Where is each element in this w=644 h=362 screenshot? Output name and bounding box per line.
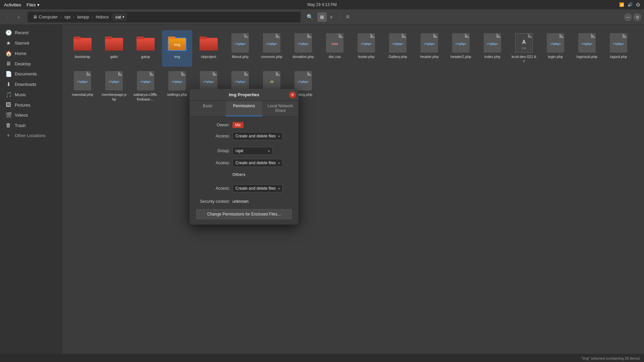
- owner-row: Owner: Me: [196, 122, 292, 128]
- breadcrumb-opt[interactable]: opt: [62, 13, 73, 21]
- sidebar-home-label: Home: [15, 51, 26, 56]
- file-item[interactable]: <?php> header.php: [414, 30, 444, 67]
- back-button[interactable]: ‹: [3, 12, 12, 22]
- extras-button[interactable]: ≡: [343, 12, 353, 22]
- file-item[interactable]: <?php> header2.php: [446, 30, 476, 67]
- file-item[interactable]: <?php> logout.php: [603, 30, 634, 67]
- file-item[interactable]: <?php> settings.php: [162, 68, 192, 105]
- files-menu-button[interactable]: Files ▾: [26, 2, 39, 7]
- php-file-icon: <?php>: [545, 33, 566, 53]
- security-context-row: Security context: unknown: [196, 199, 292, 204]
- file-name: memberpage.php: [102, 92, 126, 102]
- file-item[interactable]: galup: [130, 30, 161, 67]
- sidebar-item-documents[interactable]: 📄 Documents: [0, 69, 62, 79]
- tab-permissions[interactable]: Permissions: [226, 101, 262, 116]
- chevron-down-icon: ▾: [278, 134, 280, 138]
- file-name: common.php: [261, 54, 282, 59]
- topbar-datetime: May 29 4:13 PM: [307, 2, 336, 7]
- file-item[interactable]: <?php> Gallery.php: [383, 30, 413, 67]
- file-item[interactable]: nbproject: [194, 30, 224, 67]
- search-button[interactable]: 🔍: [305, 12, 315, 22]
- breadcrumb-htdocs[interactable]: htdocs: [93, 13, 111, 21]
- sidebar-item-starred[interactable]: ★ Starred: [0, 38, 62, 48]
- sidebar-item-videos[interactable]: 🎬 Videos: [0, 110, 62, 120]
- file-name: manobal.php: [72, 92, 93, 97]
- file-item[interactable]: <?php> loginsub.php: [572, 30, 602, 67]
- restore-button[interactable]: ⧉: [633, 13, 641, 21]
- file-item[interactable]: bootstrap: [67, 30, 98, 67]
- forward-button[interactable]: ›: [14, 12, 23, 22]
- list-view-button[interactable]: ≡: [327, 12, 336, 22]
- change-permissions-button[interactable]: Change Permissions for Enclosed Files...: [196, 209, 292, 219]
- svg-rect-6: [137, 37, 144, 39]
- tab-basic[interactable]: Basic: [190, 101, 226, 116]
- svg-text:A: A: [522, 39, 526, 45]
- sidebar-item-pictures[interactable]: 🖼 Pictures: [0, 100, 62, 110]
- tab-local-network-share[interactable]: Local Network Share: [262, 101, 299, 116]
- svg-text:<?php>: <?php>: [424, 42, 435, 46]
- file-item[interactable]: <?php> login.php: [540, 30, 571, 67]
- file-item[interactable]: <?php> About.php: [225, 30, 255, 67]
- topbar-right: 📶 🔊 ⏻: [619, 2, 640, 7]
- others-access-value: Create and delete files: [235, 186, 276, 191]
- owner-access-dropdown[interactable]: Create and delete files ▾: [232, 132, 283, 140]
- file-item[interactable]: <?php> index.php: [477, 30, 507, 67]
- dialog-tabs: Basic Permissions Local Network Share: [190, 101, 299, 117]
- owner-access-row: Access: Create and delete files ▾: [196, 132, 292, 140]
- folder-selected-icon: img: [167, 33, 187, 53]
- file-item[interactable]: CSS dsc.css: [320, 30, 350, 67]
- owner-label: Owner:: [196, 123, 230, 127]
- minimize-button[interactable]: —: [624, 13, 632, 21]
- folder-icon: [136, 33, 156, 53]
- php-file-icon: <?php>: [419, 33, 439, 53]
- file-name: dsc.css: [329, 54, 341, 59]
- file-item[interactable]: <?php> footer.php: [351, 30, 381, 67]
- file-item[interactable]: <?php> manobal.php: [67, 68, 98, 105]
- file-item[interactable]: A TTF kruti-dev-021.ttf: [509, 30, 539, 67]
- sidebar-item-other-locations[interactable]: + Other Locations: [0, 130, 62, 140]
- breadcrumb-lampp[interactable]: lampp: [74, 13, 92, 21]
- sidebar-item-home[interactable]: 🏠 Home: [0, 48, 62, 59]
- file-name: login.php: [548, 54, 563, 59]
- file-name: header2.php: [450, 54, 471, 59]
- owner-value: Me: [232, 122, 244, 128]
- file-item-img[interactable]: img img: [162, 30, 192, 67]
- file-name: loginsub.php: [577, 54, 597, 59]
- sidebar-item-music[interactable]: 🎵 Music: [0, 89, 62, 100]
- file-area[interactable]: bootstrap: [62, 25, 644, 354]
- file-name: About.php: [232, 54, 249, 59]
- sidebar-item-desktop[interactable]: 🖥 Desktop: [0, 59, 62, 69]
- file-item[interactable]: <?php> donation.php: [288, 30, 318, 67]
- others-access-dropdown[interactable]: Create and delete files ▾: [232, 184, 283, 192]
- folder-icon: [104, 33, 124, 53]
- svg-text:<?php>: <?php>: [77, 80, 88, 83]
- file-name: nbproject: [201, 54, 216, 59]
- group-access-dropdown[interactable]: Create and delete files ▾: [232, 159, 283, 167]
- file-item[interactable]: <?php> satkarya-c3ffb-firebase-...: [130, 68, 161, 105]
- grid-view-button[interactable]: ⊞: [317, 12, 327, 22]
- svg-text:<?php>: <?php>: [298, 80, 309, 83]
- svg-text:CSS: CSS: [332, 42, 338, 46]
- chevron-down-icon: ▾: [278, 187, 280, 190]
- others-label: Others: [232, 172, 246, 177]
- file-item[interactable]: galin: [99, 30, 129, 67]
- sidebar-item-trash[interactable]: 🗑 Trash: [0, 120, 62, 130]
- sidebar-item-recent[interactable]: 🕐 Recent: [0, 27, 62, 38]
- videos-icon: 🎬: [5, 112, 11, 118]
- owner-access-value: Create and delete files: [235, 134, 276, 138]
- sidebar-documents-label: Documents: [15, 71, 37, 76]
- breadcrumb-computer[interactable]: 🖥 Computer: [30, 13, 60, 21]
- sidebar-item-downloads[interactable]: ⬇ Downloads: [0, 79, 62, 89]
- file-name: settings.php: [167, 92, 187, 97]
- breadcrumb-sat[interactable]: sat ▾: [113, 13, 127, 21]
- file-item[interactable]: <?php> common.php: [257, 30, 287, 67]
- group-access-label: Access:: [196, 161, 230, 165]
- group-dropdown[interactable]: rajat ▾: [232, 147, 273, 155]
- sidebar-recent-label: Recent: [15, 30, 29, 35]
- php-file-icon: <?php>: [230, 33, 250, 53]
- file-item[interactable]: <?php> memberpage.php: [99, 68, 129, 105]
- svg-text:<?php>: <?php>: [550, 42, 561, 46]
- activities-button[interactable]: Activities: [4, 2, 21, 7]
- dialog-close-button[interactable]: ✕: [289, 92, 296, 98]
- file-manager-window: ‹ › 🖥 Computer › opt › lampp › htdocs › …: [0, 9, 644, 362]
